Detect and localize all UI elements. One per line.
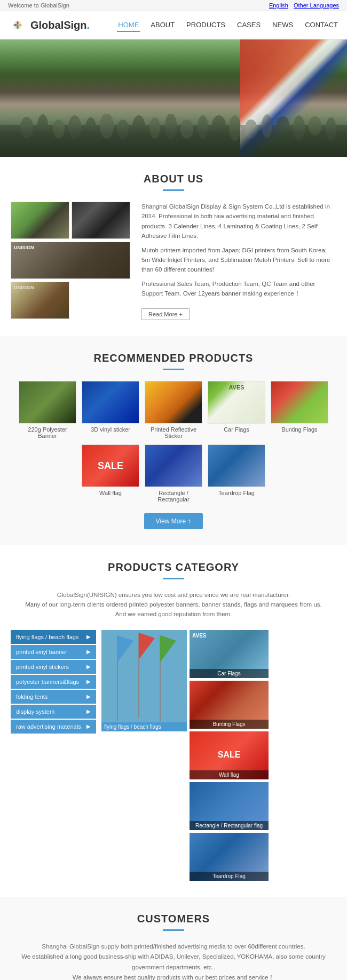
nav-contact[interactable]: CONTACT: [304, 19, 339, 32]
product-card[interactable]: Rectangle / Rectangular: [145, 444, 202, 503]
cat-main-label: flying flags / beach flags: [101, 722, 187, 731]
arrow-icon: ▶: [86, 679, 91, 684]
cat-item-vinyl-banner[interactable]: printed vinyl banner ▶: [11, 645, 96, 659]
about-read-more[interactable]: Read More +: [141, 308, 190, 320]
svg-point-12: [180, 119, 193, 139]
arrow-icon: ▶: [86, 664, 91, 670]
cat-img-rectangular[interactable]: Rectangle / Rectangular flag: [190, 782, 269, 830]
svg-point-10: [149, 117, 160, 139]
arrow-icon: ▶: [86, 708, 91, 714]
category-sidebar: flying flags / beach flags ▶ printed vin…: [11, 630, 96, 881]
svg-point-4: [53, 119, 65, 139]
category-underline: [163, 578, 184, 579]
svg-point-19: [293, 115, 305, 141]
product-label-4: Car Flags: [208, 426, 265, 433]
crowd-silhouette: [0, 114, 347, 157]
view-more-button[interactable]: View More +: [144, 513, 203, 529]
about-underline: [163, 189, 184, 191]
recommended-products-section: RECOMMENDED PRODUCTS 220g Polyester Bann…: [0, 336, 347, 545]
cat-img-label: Wall flag: [190, 770, 269, 779]
customers-underline: [163, 929, 184, 931]
svg-point-16: [245, 119, 257, 139]
product-image-2: [82, 381, 139, 424]
cat-item-display[interactable]: display system ▶: [11, 705, 96, 719]
nav-news[interactable]: NEWS: [271, 19, 294, 32]
product-card[interactable]: 3D vinyl sticker: [82, 381, 139, 439]
svg-point-2: [20, 117, 33, 138]
category-layout: flying flags / beach flags ▶ printed vin…: [11, 630, 336, 881]
product-image-5: [271, 381, 328, 424]
flying-flags-svg: [101, 630, 187, 731]
cat-img-car-flags[interactable]: AVES Car Flags: [190, 630, 269, 678]
svg-point-8: [117, 119, 129, 139]
svg-point-5: [68, 115, 81, 139]
svg-point-20: [309, 116, 321, 136]
about-title: ABOUT US: [11, 173, 336, 185]
arrow-icon: ▶: [86, 634, 91, 640]
header: GlobalSign. HOME ABOUT PRODUCTS CASES NE…: [0, 11, 347, 39]
main-nav: HOME ABOUT PRODUCTS CASES NEWS CONTACT: [117, 19, 339, 32]
logo[interactable]: GlobalSign.: [8, 15, 90, 35]
svg-point-3: [37, 114, 48, 138]
nav-products[interactable]: PRODUCTS: [185, 19, 226, 32]
svg-point-18: [276, 116, 290, 138]
product-image-8: [208, 444, 265, 487]
category-desc: GlobalSign(UNISIGN) ensures you low cost…: [11, 590, 336, 619]
arrow-icon: ▶: [86, 649, 91, 655]
svg-point-9: [132, 115, 145, 139]
product-card[interactable]: Printed Reflective Sticker: [145, 381, 202, 439]
arrow-icon: ▶: [86, 723, 91, 729]
recommended-title: RECOMMENDED PRODUCTS: [11, 352, 336, 364]
about-p2: Mutoh printers imported from Japan; DGI …: [141, 245, 336, 275]
cat-item-tents[interactable]: folding tents ▶: [11, 690, 96, 704]
category-title: PRODUCTS CATEGORY: [11, 561, 336, 573]
cat-item-raw[interactable]: raw advertising materials ▶: [11, 720, 96, 734]
product-image-1: [19, 381, 76, 424]
category-images: flying flags / beach flags AVES Car Flag…: [101, 630, 336, 881]
svg-point-14: [212, 115, 226, 137]
about-p3: Professional Sales Team, Production Team…: [141, 279, 336, 299]
cat-item-vinyl-stickers[interactable]: printed vinyl stickers ▶: [11, 660, 96, 674]
about-image-1: [11, 202, 69, 239]
product-card[interactable]: Teardrop Flag: [208, 444, 265, 503]
cat-img-bunting-flags[interactable]: Bunting Flags: [190, 681, 269, 729]
customers-section: CUSTOMERS Shanghai GlobalSign supply bot…: [0, 897, 347, 980]
about-p1: Shanghai GlobalSign Display & Sign Syste…: [141, 202, 336, 241]
product-card[interactable]: 220g Polyester Banner: [19, 381, 76, 439]
category-section: PRODUCTS CATEGORY GlobalSign(UNISIGN) en…: [0, 545, 347, 897]
about-content: UNISIGN UNISIGN Shanghai GlobalSign Disp…: [11, 202, 336, 320]
lang-english[interactable]: English: [269, 2, 288, 9]
cat-img-teardrop[interactable]: Teardrop Flag: [190, 833, 269, 881]
about-section: ABOUT US UNISIGN UNISIGN Shanghai Global…: [0, 157, 347, 336]
product-image-6: SALE: [82, 444, 139, 487]
cat-img-wall-flag[interactable]: SALE Wall flag: [190, 731, 269, 779]
cat-side-images: AVES Car Flags Bunting Flags SALE Wall f…: [190, 630, 336, 881]
product-label-5: Bunting Flags: [271, 426, 328, 433]
product-card[interactable]: Bunting Flags: [271, 381, 328, 439]
about-text: Shanghai GlobalSign Display & Sign Syste…: [141, 202, 336, 320]
about-image-4: UNISIGN: [11, 282, 69, 319]
cat-item-polyester[interactable]: polyester banners&flags ▶: [11, 675, 96, 689]
nav-cases[interactable]: CASES: [236, 19, 262, 32]
svg-point-6: [85, 117, 96, 139]
top-bar: Welcome to GlobalSign English Other Lang…: [0, 0, 347, 11]
product-image-3: [145, 381, 202, 424]
lang-other[interactable]: Other Languages: [294, 2, 339, 9]
language-options: English Other Languages: [269, 2, 339, 9]
cat-img-label: Rectangle / Rectangular flag: [190, 821, 269, 830]
logo-icon: [8, 15, 27, 35]
nav-about[interactable]: ABOUT: [149, 19, 176, 32]
nav-home[interactable]: HOME: [117, 19, 140, 32]
logo-text: GlobalSign.: [30, 19, 90, 31]
customers-desc: Shanghai GlobalSign supply both printed/…: [11, 942, 336, 980]
cat-item-flying[interactable]: flying flags / beach flags ▶: [11, 630, 96, 644]
product-label-6: Wall flag: [82, 490, 139, 496]
product-label-2: 3D vinyl sticker: [82, 426, 139, 433]
cat-img-label: Bunting Flags: [190, 720, 269, 729]
product-card[interactable]: AVES Car Flags: [208, 381, 265, 439]
cat-main-image[interactable]: flying flags / beach flags: [101, 630, 187, 731]
product-card[interactable]: SALE Wall flag: [82, 444, 139, 503]
product-image-4: AVES: [208, 381, 265, 424]
product-image-7: [145, 444, 202, 487]
about-image-3: UNISIGN: [11, 242, 130, 279]
